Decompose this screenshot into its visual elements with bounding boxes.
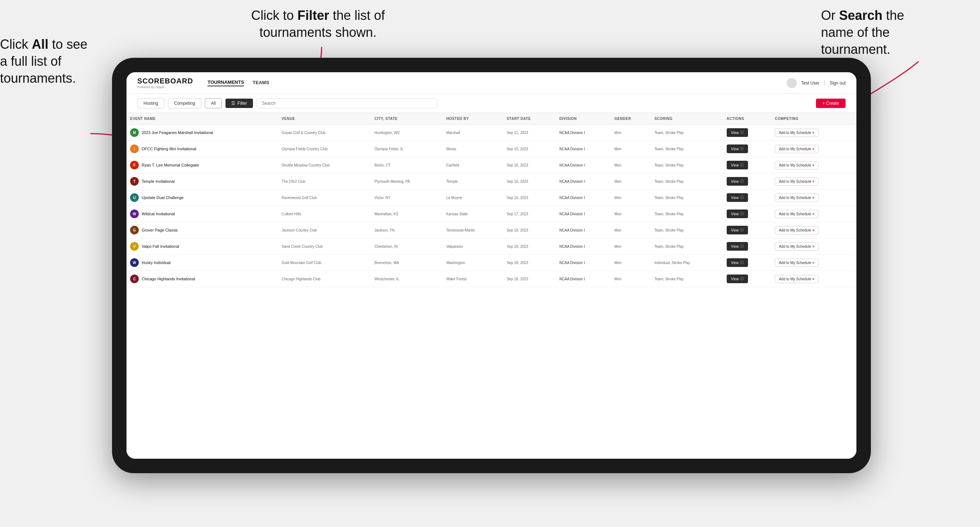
view-button[interactable]: View ⓘ	[727, 242, 748, 251]
hosted-by-text: Illinois	[446, 147, 457, 151]
hosted-by-text: Temple	[446, 179, 458, 184]
col-start-date: START DATE	[503, 113, 556, 125]
nav-teams[interactable]: TEAMS	[253, 80, 269, 86]
header-right: Test User | Sign out	[787, 78, 846, 88]
event-name-cell: V Valpo Fall Invitational	[130, 242, 274, 251]
add-to-schedule-button[interactable]: Add to My Schedule +	[775, 210, 818, 218]
venue-text: Guyan Golf & Country Club	[282, 131, 325, 135]
add-to-schedule-button[interactable]: Add to My Schedule +	[775, 161, 818, 170]
tournaments-table-container: EVENT NAME VENUE CITY, STATE HOSTED BY S…	[126, 113, 856, 459]
sign-out-link[interactable]: Sign out	[830, 81, 846, 86]
view-button[interactable]: View ⓘ	[727, 128, 748, 137]
add-to-schedule-button[interactable]: Add to My Schedule +	[775, 177, 818, 186]
start-date-text: Sep 18, 2023	[507, 228, 528, 232]
view-button[interactable]: View ⓘ	[727, 226, 748, 235]
tab-hosting[interactable]: Hosting	[137, 98, 164, 108]
nav-tournaments[interactable]: TOURNAMENTS	[207, 79, 244, 86]
division-text: NCAA Division I	[559, 163, 585, 167]
add-to-schedule-button[interactable]: Add to My Schedule +	[775, 242, 818, 251]
start-date-text: Sep 15, 2023	[507, 147, 528, 151]
start-date-text: Sep 16, 2023	[507, 163, 528, 167]
gender-text: Men	[614, 212, 621, 216]
view-button[interactable]: View ⓘ	[727, 210, 748, 218]
plus-icon: +	[812, 131, 815, 135]
event-name-text: Chicago Highlands Invitational	[142, 277, 195, 281]
tablet-screen: SCOREBOARD Powered by clippd TOURNAMENTS…	[126, 72, 856, 459]
logo-area: SCOREBOARD Powered by clippd	[137, 77, 193, 89]
team-logo: F	[130, 161, 139, 170]
main-nav: TOURNAMENTS TEAMS	[207, 79, 787, 86]
view-button[interactable]: View ⓘ	[727, 193, 748, 202]
view-button[interactable]: View ⓘ	[727, 161, 748, 170]
plus-icon: +	[812, 147, 815, 151]
filter-button[interactable]: ☰ Filter	[226, 98, 253, 108]
table-row: C Chicago Highlands Invitational Chicago…	[126, 271, 856, 287]
plus-icon: +	[812, 261, 815, 265]
start-date-text: Sep 18, 2023	[507, 277, 528, 281]
event-name-text: Upstate Dual Challenge	[142, 195, 184, 200]
event-name-text: Valpo Fall Invitational	[142, 244, 179, 249]
event-name-cell: T Temple Invitational	[130, 177, 274, 186]
info-icon: ⓘ	[740, 260, 744, 265]
scoring-text: Team, Stroke Play	[654, 277, 684, 281]
start-date-text: Sep 16, 2023	[507, 179, 528, 184]
gender-text: Men	[614, 261, 621, 265]
venue-text: Chicago Highlands Club	[282, 277, 320, 281]
create-button[interactable]: + Create	[816, 98, 846, 108]
view-button[interactable]: View ⓘ	[727, 275, 748, 283]
start-date-text: Sep 17, 2023	[507, 212, 528, 216]
city-state-text: Bremerton, WA	[374, 261, 399, 265]
add-to-schedule-button[interactable]: Add to My Schedule +	[775, 275, 818, 283]
start-date-text: Sep 18, 2023	[507, 244, 528, 249]
add-to-schedule-button[interactable]: Add to My Schedule +	[775, 129, 818, 137]
event-name-text: Wildcat Invitational	[142, 212, 175, 216]
event-name-cell: W Husky Individual	[130, 258, 274, 267]
info-icon: ⓘ	[740, 179, 744, 184]
hosted-by-text: Washington	[446, 261, 465, 265]
tournaments-table: EVENT NAME VENUE CITY, STATE HOSTED BY S…	[126, 113, 856, 287]
city-state-text: Chesterton, IN	[374, 244, 398, 249]
table-row: V Valpo Fall Invitational Sand Creek Cou…	[126, 238, 856, 255]
division-text: NCAA Division I	[559, 277, 585, 281]
start-date-text: Sep 11, 2023	[507, 131, 528, 135]
table-row: F Ryan T. Lee Memorial Collegiate Shuttl…	[126, 157, 856, 173]
add-to-schedule-button[interactable]: Add to My Schedule +	[775, 226, 818, 235]
add-to-schedule-button[interactable]: Add to My Schedule +	[775, 145, 818, 153]
search-input[interactable]	[256, 98, 437, 108]
info-icon: ⓘ	[740, 146, 744, 151]
add-to-schedule-button[interactable]: Add to My Schedule +	[775, 194, 818, 202]
table-row: I OFCC Fighting Illini Invitational Olym…	[126, 141, 856, 157]
view-button[interactable]: View ⓘ	[727, 177, 748, 186]
scoring-text: Team, Stroke Play	[654, 228, 684, 232]
city-state-text: Plymouth Meeting, PA	[374, 179, 410, 184]
scoring-text: Individual, Stroke Play	[654, 261, 690, 265]
tab-all[interactable]: All	[205, 98, 222, 108]
plus-icon: +	[812, 212, 815, 216]
division-text: NCAA Division I	[559, 244, 585, 249]
view-button[interactable]: View ⓘ	[727, 258, 748, 267]
annotation-top-right: Or Search thename of thetournament.	[821, 7, 958, 58]
scoring-text: Team, Stroke Play	[654, 179, 684, 184]
team-logo: I	[130, 144, 139, 153]
team-logo: T	[130, 177, 139, 186]
gender-text: Men	[614, 196, 621, 200]
user-name: Test User	[801, 81, 819, 86]
team-logo: M	[130, 128, 139, 137]
add-to-schedule-button[interactable]: Add to My Schedule +	[775, 259, 818, 267]
view-button[interactable]: View ⓘ	[727, 144, 748, 153]
gender-text: Men	[614, 163, 621, 167]
table-row: U Upstate Dual Challenge Ravenwood Golf …	[126, 190, 856, 206]
info-icon: ⓘ	[740, 244, 744, 249]
event-name-cell: G Grover Page Classic	[130, 226, 274, 235]
event-name-text: Ryan T. Lee Memorial Collegiate	[142, 163, 199, 167]
division-text: NCAA Division I	[559, 261, 585, 265]
event-name-text: OFCC Fighting Illini Invitational	[142, 147, 196, 151]
filter-icon: ☰	[231, 101, 235, 106]
tab-competing[interactable]: Competing	[168, 98, 201, 108]
plus-icon: +	[812, 179, 815, 184]
hosted-by-text: Valparaiso	[446, 244, 463, 249]
info-icon: ⓘ	[740, 211, 744, 216]
team-logo: W	[130, 210, 139, 218]
table-row: G Grover Page Classic Jackson Country Cl…	[126, 222, 856, 238]
table-row: W Husky Individual Gold Mountain Golf Cl…	[126, 255, 856, 271]
